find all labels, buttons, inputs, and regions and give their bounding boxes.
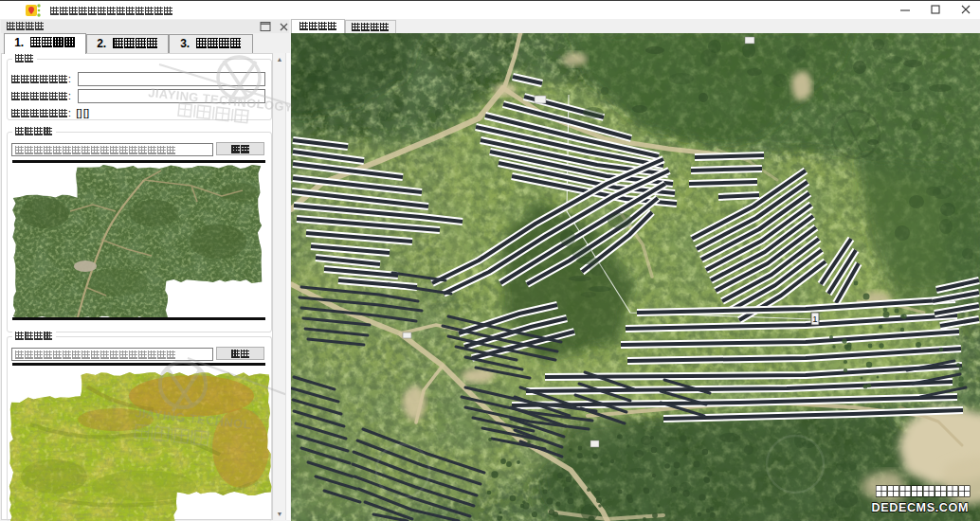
svg-text:1: 1 bbox=[812, 314, 817, 324]
svg-text:DEDECMS.COM: DEDECMS.COM bbox=[872, 501, 969, 514]
